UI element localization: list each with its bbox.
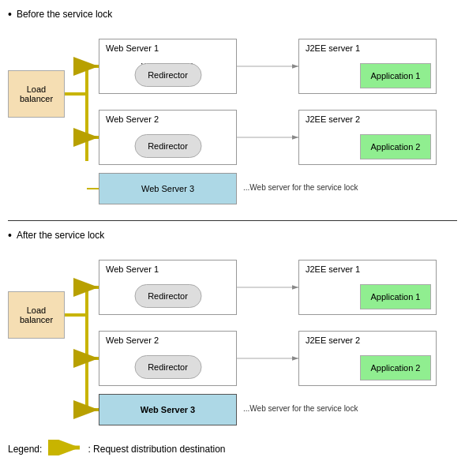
legend: Legend: : Request distribution destinati… [8,440,457,458]
app2-before: Application 2 [360,134,431,159]
j2ee1-panel-after: J2EE server 1 Application 1 [298,260,437,315]
j2ee1-panel-before: J2EE server 1 Application 1 [298,39,437,94]
after-diagram: Load balancer Redirector Web Server 1 Re… [8,248,450,433]
ws3-panel-before: Web Server 3 [99,173,237,204]
after-section: • After the service lock [8,229,457,433]
load-balancer-before: Load balancer [8,70,65,118]
before-diagram: Load balancer Web Server 1 Redirector We… [8,27,450,212]
ws3-panel-after: Web Server 3 [99,394,237,425]
ws2-panel-after: Redirector Web Server 2 [99,331,237,386]
j2ee2-panel-before: J2EE server 2 Application 2 [298,110,437,165]
ws3-note-after: ...Web server for the service lock [243,404,358,413]
app1-after: Application 1 [360,284,431,309]
after-title: • After the service lock [8,229,457,242]
before-section: • Before the service lock [8,8,457,212]
ws2-panel-before: Redirector Web Server 2 [99,110,237,165]
app1-before: Application 1 [360,63,431,88]
ws1-panel-after: Redirector Web Server 1 [99,260,237,315]
section-divider [8,220,457,221]
before-title: • Before the service lock [8,8,457,21]
legend-label: Legend: [8,444,42,455]
legend-arrow-icon [48,440,81,458]
j2ee2-panel-after: J2EE server 2 Application 2 [298,331,437,386]
app2-after: Application 2 [360,355,431,380]
ws3-note-before: ...Web server for the service lock [243,183,358,192]
load-balancer-after: Load balancer [8,291,65,339]
ws1-panel-before: Web Server 1 Redirector Web Server 1 [99,39,237,94]
legend-desc: : Request distribution destination [88,444,225,455]
